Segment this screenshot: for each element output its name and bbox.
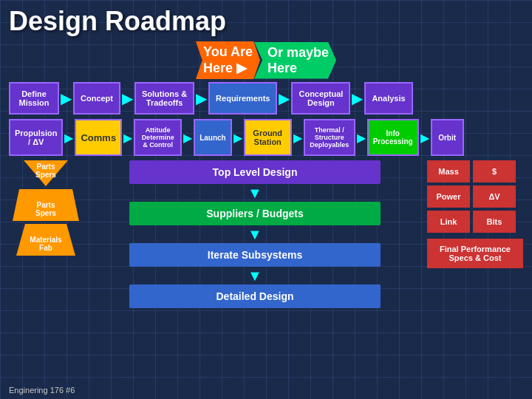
arrow-1: ▶ [61, 89, 72, 107]
thermal-box: Thermal / Structure Deployables [304, 119, 355, 156]
arrow-5: ▶ [352, 89, 363, 107]
orbit-box: Orbit [431, 119, 464, 156]
arrow-s6: ▶ [357, 131, 366, 145]
right-metrics: Mass $ Power ΔV Link Bits [427, 160, 523, 308]
link-bits-row: Link Bits [427, 211, 523, 233]
engineering-credit: Enginering 176 #6 [9, 386, 75, 395]
banner-row: You AreHere ▶ Or maybeHere [9, 41, 523, 79]
materials-fab-box: Materials Fab [16, 224, 75, 256]
arrow-3: ▶ [196, 89, 207, 107]
delta-v-box: ΔV [473, 185, 516, 208]
mass-box: Mass [427, 160, 470, 183]
concept-box: Concept [73, 82, 120, 115]
analysis-box: Analysis [364, 82, 412, 115]
top-level-design-box: Top Level Design [129, 160, 381, 184]
you-are-here-label: You AreHere ▶ [196, 41, 260, 79]
arrow-2: ▶ [122, 89, 133, 107]
solutions-box: Solutions & Tradeoffs [134, 82, 194, 115]
define-mission-box: Define Mission [9, 82, 59, 115]
arrow-s5: ▶ [293, 131, 302, 145]
down-arrow-1: ▼ [248, 185, 262, 200]
arrow-s7: ▶ [420, 131, 429, 145]
link-box: Link [427, 211, 470, 233]
arrow-s1: ▶ [64, 131, 73, 145]
arrow-s4: ▶ [233, 131, 242, 145]
second-pipeline: Propulsion / ΔV ▶ Comms ▶ Attitude Deter… [9, 119, 523, 156]
parts-spers-box: Parts Spers [13, 189, 79, 221]
launch-box: Launch [194, 119, 232, 156]
iterate-subsystems-box: Iterate Subsystems [129, 243, 381, 267]
power-box: Power [427, 185, 470, 208]
comms-box: Comms [75, 119, 122, 156]
top-pipeline: Define Mission ▶ Concept ▶ Solutions & T… [9, 82, 523, 115]
parts-spers-label: Parts Spers [35, 163, 56, 179]
arrow-s2: ▶ [123, 131, 132, 145]
center-pipeline: Top Level Design ▼ Suppliers / Budgets ▼… [89, 160, 421, 308]
down-arrow-2: ▼ [248, 227, 262, 242]
page-title: Design Roadmap [9, 6, 523, 37]
final-performance-box: Final Performance Specs & Cost [427, 239, 523, 268]
ground-station-box: Ground Station [244, 119, 292, 156]
bits-box: Bits [473, 211, 516, 233]
info-processing-box: Info Processing [367, 119, 419, 156]
main-content: Design Roadmap You AreHere ▶ Or maybeHer… [0, 0, 532, 314]
suppliers-budgets-box: Suppliers / Budgets [129, 202, 381, 225]
mass-dollar-row: Mass $ [427, 160, 523, 183]
propulsion-box: Propulsion / ΔV [9, 119, 63, 156]
power-dv-row: Power ΔV [427, 185, 523, 208]
down-arrow-3: ▼ [248, 268, 262, 283]
bottom-section: Parts Spers Parts Spers Materials Fab To… [9, 160, 523, 308]
left-funnel: Parts Spers Parts Spers Materials Fab [9, 160, 83, 308]
arrow-4: ▶ [279, 89, 290, 107]
requirements-box: Requirements [208, 82, 277, 115]
conceptual-box: Conceptual Design [291, 82, 350, 115]
attitude-box: Attitude Determine & Control [134, 119, 182, 156]
detailed-design-box: Detailed Design [129, 284, 381, 308]
arrow-s3: ▶ [183, 131, 192, 145]
or-maybe-here-label: Or maybeHere [254, 42, 336, 79]
dollar-box: $ [473, 160, 516, 183]
